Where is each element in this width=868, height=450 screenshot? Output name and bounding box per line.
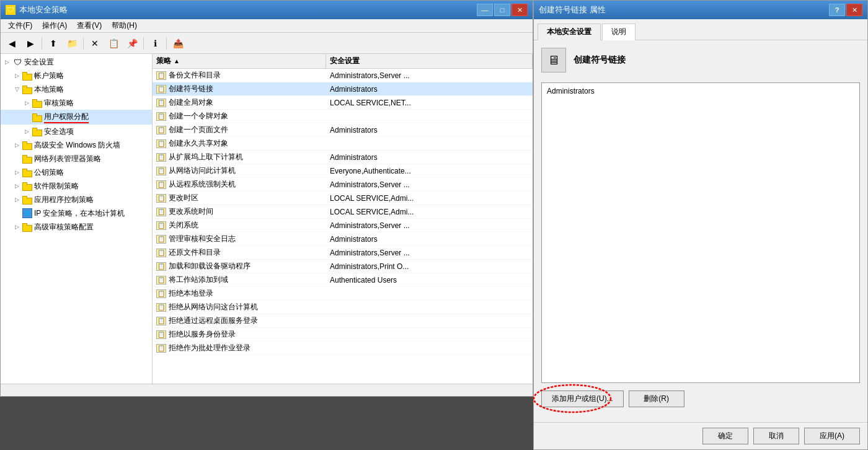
list-row[interactable]: 📋 管理审核和安全日志 Administrators [153,232,533,246]
menu-view[interactable]: 查看(V) [72,19,107,32]
header-policy-label: 策略 [156,56,171,66]
list-row[interactable]: 📋 更改时区 LOCAL SERVICE,Admi... [153,192,533,205]
list-row[interactable]: 📋 拒绝从网络访问这台计算机 [153,301,533,314]
arrow-security-options: ▷ [23,128,30,135]
toolbar-info[interactable]: ℹ [146,35,164,51]
menu-file[interactable]: 文件(F) [3,19,37,32]
toolbar-back[interactable]: ◀ [3,35,20,51]
toolbar-forward[interactable]: ▶ [22,35,39,51]
header-security-label: 安全设置 [330,56,360,66]
tree-item-appctrl[interactable]: ▷ 应用程序控制策略 [1,193,152,206]
apply-button[interactable]: 应用(A) [804,428,860,444]
policy-icon: 📋 [156,235,166,244]
list-row[interactable]: 📋 从网络访问此计算机 Everyone,Authenticate... [153,164,533,178]
toolbar-sep-4 [166,37,167,50]
header-security[interactable]: 安全设置 [326,54,533,68]
toolbar-export[interactable]: 📤 [169,35,187,51]
dialog-help-button[interactable]: ? [829,4,845,16]
header-policy[interactable]: 策略 ▲ [153,54,326,68]
tree-item-ip[interactable]: 🌐 IP 安全策略，在本地计算机 [1,206,152,220]
cell-policy: 📋 创建符号链接 [153,82,326,95]
add-user-button[interactable]: 添加用户或组(U)... [541,390,624,407]
remove-button[interactable]: 删除(R) [629,390,684,407]
policy-icon: 📋 [156,330,166,339]
dialog-list-box[interactable]: Administrators [541,82,860,383]
list-row[interactable]: 📋 更改系统时间 LOCAL SERVICE,Admi... [153,205,533,219]
folder-icon-security-options [32,127,42,136]
dialog-close-button[interactable]: ✕ [846,4,862,16]
toolbar-copy[interactable]: 📋 [105,35,122,51]
tree-item-netlist[interactable]: 网络列表管理器策略 [1,152,152,165]
list-row[interactable]: 📋 拒绝本地登录 [153,287,533,301]
close-button[interactable]: ✕ [512,4,528,16]
list-row[interactable]: 📋 创建永久共享对象 [153,137,533,151]
policy-icon: 📋 [156,303,166,312]
list-row[interactable]: 📋 从扩展坞上取下计算机 Administrators [153,151,533,164]
list-row[interactable]: 📋 还原文件和目录 Administrators,Server ... [153,246,533,260]
tree-item-firewall[interactable]: ▷ 高级安全 Windows 防火墙 [1,138,152,152]
title-bar-left: 🛡 本地安全策略 [6,4,68,15]
cell-policy: 📋 更改时区 [153,192,326,205]
list-row[interactable]: 📋 拒绝通过远程桌面服务登录 [153,314,533,328]
policy-icon: 📋 [156,153,166,162]
toolbar-paste[interactable]: 📌 [123,35,141,51]
maximize-button[interactable]: □ [494,4,510,16]
list-row[interactable]: 📋 将工作站添加到域 Authenticated Users [153,273,533,287]
tab-local-security[interactable]: 本地安全设置 [538,24,601,40]
tree-item-userrights[interactable]: 用户权限分配 [1,110,152,125]
main-window-title: 本地安全策略 [19,4,68,15]
cell-policy: 📋 从远程系统强制关机 [153,178,326,191]
cell-policy: 📋 拒绝通过远程桌面服务登录 [153,314,326,327]
cell-policy: 📋 创建一个页面文件 [153,123,326,136]
tree-label-pubkey: 公钥策略 [34,167,64,178]
cell-policy: 📋 管理审核和安全日志 [153,232,326,245]
list-row[interactable]: 📋 从远程系统强制关机 Administrators,Server ... [153,178,533,192]
tree-item-software[interactable]: ▷ 软件限制策略 [1,179,152,193]
tree-item-advaudit[interactable]: ▷ 高级审核策略配置 [1,220,152,234]
toolbar-up[interactable]: ⬆ [45,35,62,51]
tree-label-ip: IP 安全策略，在本地计算机 [34,208,125,219]
tree-item-root[interactable]: ▷ 🛡 安全设置 [1,55,152,69]
list-row[interactable]: 📋 创建一个令牌对象 [153,110,533,123]
cell-security [326,347,533,350]
cell-security: Administrators,Server ... [326,247,533,258]
folder-icon-firewall [22,141,32,149]
list-row[interactable]: 📋 拒绝作为批处理作业登录 [153,342,533,355]
list-row-selected[interactable]: 📋 创建符号链接 Administrators [153,82,533,96]
tree-item-local[interactable]: ▽ 本地策略 [1,82,152,96]
tree-item-account[interactable]: ▷ 帐户策略 [1,69,152,82]
cancel-button[interactable]: 取消 [753,428,799,444]
policy-icon: 📋 [156,180,166,189]
minimize-button[interactable]: — [477,4,493,16]
policy-icon: 📋 [156,208,166,216]
list-row[interactable]: 📋 备份文件和目录 Administrators,Server ... [153,69,533,82]
menu-help[interactable]: 帮助(H) [107,19,142,32]
tree-item-security-options[interactable]: ▷ 安全选项 [1,125,152,138]
list-row[interactable]: 📋 加载和卸载设备驱动程序 Administrators,Print O... [153,260,533,273]
tree-item-pubkey[interactable]: ▷ 公钥策略 [1,165,152,179]
policy-icon-glyph: 🖥 [547,53,560,68]
tree-item-audit[interactable]: ▷ 审核策略 [1,96,152,110]
ok-button[interactable]: 确定 [702,428,748,444]
arrow-firewall: ▷ [13,141,20,149]
cell-policy: 📋 从网络访问此计算机 [153,164,326,177]
list-row[interactable]: 📋 关闭系统 Administrators,Server ... [153,219,533,232]
list-row[interactable]: 📋 拒绝以服务身份登录 [153,328,533,342]
policy-icon: 📋 [156,167,166,175]
list-row[interactable]: 📋 创建一个页面文件 Administrators [153,123,533,137]
menu-action[interactable]: 操作(A) [37,19,72,32]
policy-icon: 📋 [156,139,166,148]
toolbar-sep-1 [42,37,42,50]
toolbar-delete[interactable]: ✕ [86,35,104,51]
policy-icon: 📋 [156,221,166,230]
tree-label-advaudit: 高级审核策略配置 [34,221,94,232]
list-row[interactable]: 📋 创建全局对象 LOCAL SERVICE,NET... [153,96,533,110]
toolbar-folder[interactable]: 📁 [63,35,81,51]
tree-label-audit: 审核策略 [44,97,74,108]
tree-label-account: 帐户策略 [34,70,64,81]
policy-icon: 📋 [156,99,166,107]
tree-label-software: 软件限制策略 [34,180,79,192]
window-controls: — □ ✕ [477,4,528,16]
cell-policy: 📋 拒绝本地登录 [153,287,326,300]
tab-description[interactable]: 说明 [602,24,636,40]
